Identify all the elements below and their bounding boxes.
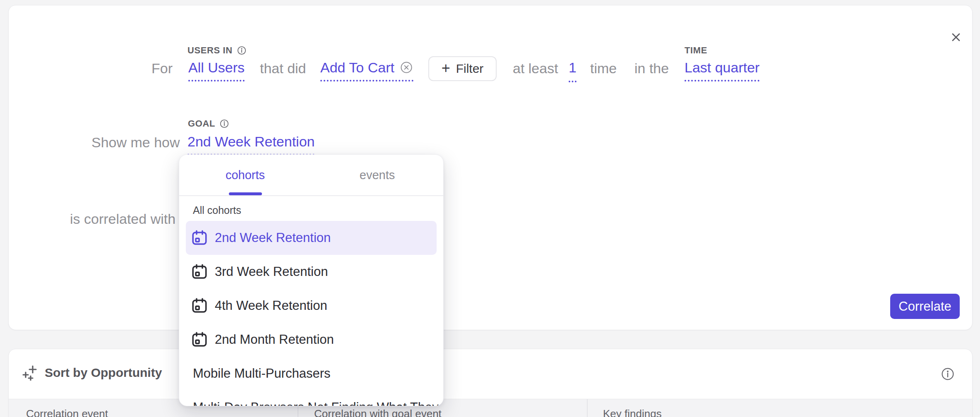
info-icon[interactable] [941, 367, 955, 381]
active-tab-underline [229, 192, 262, 195]
count-stepper[interactable]: 1 [569, 60, 576, 82]
correlate-button[interactable]: Correlate [890, 294, 960, 319]
cohort-list-item[interactable]: Multi-Day Browsers Not Finding What They [186, 391, 437, 406]
calendar-icon [191, 297, 208, 314]
opportunity-sparkle-icon [22, 365, 38, 381]
goal-label: GOAL [188, 118, 229, 129]
cohort-list: 2nd Week Retention 3rd Week Retention 4t… [179, 221, 443, 406]
query-builder-card: For USERS IN All Users that did Add To C… [8, 5, 973, 330]
time-range-selector[interactable]: Last quarter [685, 60, 759, 81]
calendar-icon [191, 331, 208, 348]
at-least-word: at least [513, 60, 558, 77]
tab-label: events [360, 168, 395, 182]
results-card: Sort by Opportunity Correlation eventCor… [8, 349, 973, 417]
calendar-icon [191, 263, 208, 280]
time-word: time [590, 60, 617, 77]
in-the-word: in the [634, 60, 669, 77]
remove-event-icon[interactable] [399, 60, 413, 74]
cohort-name: 4th Week Retention [215, 298, 327, 313]
cohort-name: 2nd Month Retention [215, 332, 334, 347]
tab-events[interactable]: events [311, 155, 443, 195]
event-selector[interactable]: Add To Cart [320, 60, 413, 81]
add-filter-button[interactable]: + Filter [428, 56, 497, 81]
tab-cohorts[interactable]: cohorts [179, 155, 311, 195]
close-icon[interactable] [949, 30, 963, 44]
cohort-list-item[interactable]: 3rd Week Retention [186, 255, 437, 289]
sort-label: Sort by Opportunity [45, 366, 162, 380]
plus-icon: + [442, 61, 450, 76]
goal-selector[interactable]: 2nd Week Retention [187, 134, 315, 156]
info-icon[interactable] [237, 46, 247, 55]
results-toolbar: Sort by Opportunity [9, 349, 972, 399]
tab-label: cohorts [226, 168, 265, 182]
column-divider [587, 399, 588, 417]
calendar-icon [191, 229, 208, 247]
is-correlated-with-word: is correlated with [70, 211, 175, 227]
info-icon[interactable] [219, 119, 229, 129]
cohort-list-item[interactable]: 2nd Month Retention [186, 323, 437, 357]
cohort-name: Multi-Day Browsers Not Finding What They [193, 400, 439, 406]
cohort-list-item[interactable]: 4th Week Retention [186, 289, 437, 323]
show-me-how-word: Show me how [91, 134, 180, 151]
column-header: Key findings [603, 407, 662, 417]
cohort-name: 2nd Week Retention [215, 230, 331, 245]
dropdown-tabs: cohorts events [179, 155, 443, 196]
that-did-word: that did [260, 60, 306, 77]
users-selector[interactable]: All Users [188, 60, 245, 81]
cohort-list-item[interactable]: 2nd Week Retention [186, 221, 437, 255]
users-in-label: USERS IN [187, 45, 247, 56]
cohort-section-label: All cohorts [193, 204, 241, 216]
for-word: For [151, 60, 173, 77]
sort-by-opportunity-control[interactable]: Sort by Opportunity [22, 365, 162, 381]
cohort-name: 3rd Week Retention [215, 264, 328, 279]
column-header: Correlation event [26, 407, 108, 417]
cohort-name: Mobile Multi-Purchasers [193, 366, 331, 381]
results-table-header: Correlation eventCorrelation with goal e… [9, 399, 972, 417]
cohort-list-item[interactable]: Mobile Multi-Purchasers [186, 357, 437, 391]
goal-picker-dropdown: cohorts events All cohorts 2nd Week Rete… [179, 154, 444, 406]
time-label: TIME [685, 45, 707, 56]
column-header: Correlation with goal event [314, 407, 442, 417]
